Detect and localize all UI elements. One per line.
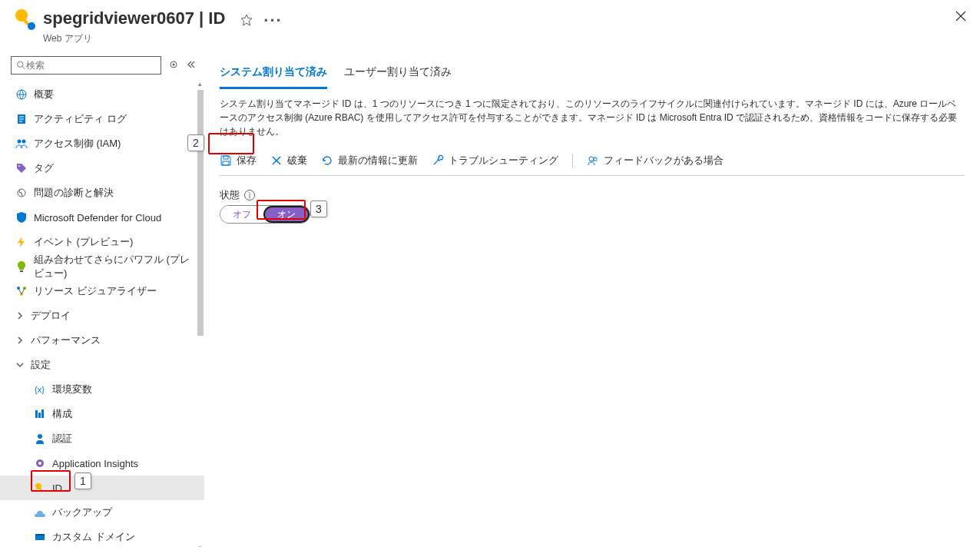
sidebar-item-label: アクセス制御 (IAM) — [34, 137, 121, 151]
bolt-icon — [15, 236, 28, 248]
state-toggle[interactable]: オフ オン — [220, 205, 310, 224]
scroll-down-arrow-icon[interactable]: ▾ — [195, 543, 204, 547]
key-icon — [34, 482, 46, 494]
sidebar-item-14[interactable]: 認証 — [0, 426, 204, 451]
sidebar-item-10[interactable]: パフォーマンス — [0, 328, 204, 353]
svg-rect-25 — [223, 161, 229, 165]
sidebar-item-label: イベント (プレビュー) — [34, 235, 133, 249]
sidebar-item-label: 認証 — [52, 432, 72, 446]
callout-2: 2 — [187, 134, 204, 151]
sidebar-item-12[interactable]: {x}環境変数 — [0, 377, 204, 402]
info-icon[interactable]: i — [244, 190, 255, 201]
sidebar-item-label: カスタム ドメイン — [52, 530, 135, 544]
description-text: システム割り当てマネージド ID は、1 つのリソースにつき 1 つに限定されて… — [220, 97, 965, 138]
close-icon[interactable] — [955, 11, 966, 24]
refresh-button[interactable]: 最新の情報に更新 — [321, 154, 418, 167]
svg-point-19 — [38, 462, 41, 465]
sidebar-item-18[interactable]: カスタム ドメイン — [0, 525, 204, 547]
troubleshoot-button[interactable]: トラブルシューティング — [432, 154, 558, 167]
page-subtitle: Web アプリ — [43, 32, 968, 45]
tab-system-assigned[interactable]: システム割り当て済み — [220, 59, 327, 89]
insights-icon — [34, 457, 46, 469]
sidebar-item-7[interactable]: 組み合わせてさらにパワフル (プレビュー) — [0, 254, 204, 279]
discard-button[interactable]: 破棄 — [270, 154, 307, 167]
sidebar-item-5[interactable]: Microsoft Defender for Cloud — [0, 205, 204, 230]
chev-icon — [15, 311, 25, 320]
sidebar-item-label: 問題の診断と解決 — [34, 186, 114, 200]
sidebar-item-label: 構成 — [52, 407, 72, 421]
sidebar-item-label: デプロイ — [31, 309, 71, 323]
main-content: システム割り当て済み ユーザー割り当て済み システム割り当てマネージド ID は… — [204, 51, 980, 547]
tab-user-assigned[interactable]: ユーザー割り当て済み — [344, 59, 452, 89]
sidebar-item-16[interactable]: ID — [0, 476, 204, 500]
log-icon — [15, 113, 28, 125]
sidebar-item-9[interactable]: デプロイ — [0, 303, 204, 328]
sidebar: 概要アクティビティ ログアクセス制御 (IAM)タグ問題の診断と解決Micros… — [0, 51, 204, 547]
callout-1: 1 — [74, 472, 91, 489]
config-icon — [34, 408, 46, 420]
collapse-icon[interactable] — [186, 59, 197, 72]
callout-3: 3 — [310, 201, 327, 217]
sidebar-item-0[interactable]: 概要 — [0, 82, 204, 107]
save-button[interactable]: 保存 — [220, 154, 257, 167]
toolbar-separator — [572, 154, 573, 167]
discard-icon — [270, 154, 283, 167]
svg-point-17 — [38, 434, 42, 439]
sidebar-item-label: アクティビティ ログ — [34, 112, 127, 126]
blade-header: spegridviewer0607 | ID ··· Web アプリ — [0, 0, 980, 51]
envvar-icon: {x} — [34, 383, 46, 396]
feedback-button[interactable]: フィードバックがある場合 — [587, 154, 723, 167]
pin-icon[interactable] — [169, 60, 178, 71]
svg-point-10 — [18, 165, 20, 167]
scroll-up-arrow-icon[interactable]: ▴ — [195, 79, 204, 88]
troubleshoot-icon — [432, 154, 444, 167]
svg-rect-23 — [35, 534, 45, 535]
svg-point-5 — [173, 63, 175, 65]
page-title: spegridviewer0607 | ID — [43, 8, 225, 28]
sidebar-item-3[interactable]: タグ — [0, 156, 204, 181]
favorite-star-icon[interactable] — [240, 11, 253, 31]
bulb-icon — [15, 260, 28, 273]
sidebar-item-label: Microsoft Defender for Cloud — [34, 212, 161, 224]
svg-rect-24 — [223, 156, 228, 159]
refresh-icon — [321, 154, 333, 167]
sidebar-item-11[interactable]: 設定 — [0, 353, 204, 377]
sidebar-item-15[interactable]: Application Insights — [0, 451, 204, 476]
sidebar-item-6[interactable]: イベント (プレビュー) — [0, 230, 204, 254]
sidebar-item-17[interactable]: バックアップ — [0, 500, 204, 525]
sidebar-item-label: バックアップ — [52, 506, 112, 519]
sidebar-item-8[interactable]: リソース ビジュアライザー — [0, 279, 204, 303]
svg-rect-12 — [20, 270, 23, 272]
key-icon — [12, 6, 37, 31]
search-icon — [16, 60, 26, 71]
sidebar-item-label: 環境変数 — [52, 383, 92, 396]
svg-rect-21 — [39, 488, 44, 492]
sidebar-item-label: タグ — [34, 161, 54, 175]
sidebar-item-label: パフォーマンス — [31, 333, 101, 347]
sidebar-item-label: Application Insights — [52, 458, 138, 469]
diagnose-icon — [15, 187, 28, 199]
sidebar-item-2[interactable]: アクセス制御 (IAM) — [0, 131, 204, 156]
sidebar-item-13[interactable]: 構成 — [0, 402, 204, 426]
svg-point-9 — [22, 140, 26, 144]
svg-point-3 — [18, 61, 23, 67]
resvis-icon — [15, 285, 28, 297]
state-label: 状態 — [220, 188, 240, 202]
sidebar-item-label: リソース ビジュアライザー — [34, 284, 157, 298]
scroll-thumb[interactable] — [197, 90, 204, 336]
chev-icon — [15, 336, 25, 345]
search-input[interactable] — [11, 56, 161, 75]
globe-icon — [15, 88, 28, 101]
sidebar-item-4[interactable]: 問題の診断と解決 — [0, 181, 204, 205]
toggle-off[interactable]: オフ — [220, 206, 263, 223]
svg-point-2 — [28, 22, 35, 30]
backup-icon — [34, 506, 46, 519]
sidebar-item-1[interactable]: アクティビティ ログ — [0, 107, 204, 131]
more-icon[interactable]: ··· — [263, 11, 282, 31]
sidebar-item-label: 概要 — [34, 88, 54, 101]
toggle-on[interactable]: オン — [263, 206, 310, 223]
svg-point-20 — [35, 483, 41, 489]
iam-icon — [15, 138, 28, 150]
save-icon — [220, 154, 232, 167]
toolbar: 保存 破棄 最新の情報に更新 トラブルシューティング フィードバックがある場合 — [220, 149, 965, 176]
